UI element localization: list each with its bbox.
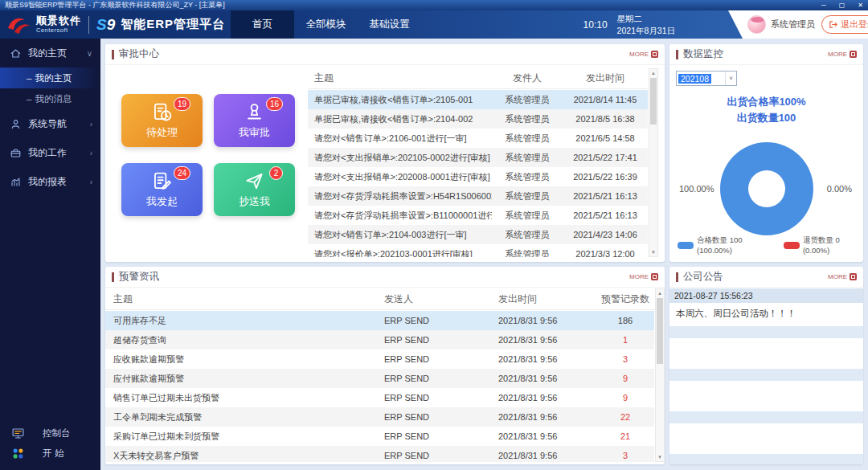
tab-all-modules[interactable]: 全部模块 [294, 10, 358, 39]
badge-count: 2 [269, 166, 283, 180]
table-row[interactable]: 应付账款逾期预警 ERP SEND 2021/8/31 9:56 9 [105, 369, 654, 388]
sidebar-item-my-home[interactable]: –我的主页 [0, 67, 100, 88]
row-alert-count: 1 [596, 335, 654, 345]
window-controls: ─ ▢ ✕ [821, 0, 863, 10]
table-row[interactable]: 请您对<支出报销单>:202008-0001进行[审核] 系统管理员 2021/… [308, 167, 648, 186]
row-sender: ERP SEND [384, 354, 498, 364]
announcement-item[interactable]: 2021-08-27 15:56:23 本周六、周日公司活动！！！ [669, 288, 863, 326]
announcements-title: 公司公告 [683, 270, 723, 284]
alerts-more-link[interactable]: MORE [629, 273, 658, 280]
datetime-display: 10:10 星期二 2021年8月31日 [583, 10, 675, 39]
sidebar-footer: 控制台 开 始 [0, 423, 100, 464]
donut-ring [720, 142, 813, 235]
table-row[interactable]: 可用库存不足 ERP SEND 2021/8/31 9:56 186 [105, 311, 654, 330]
approval-center-title: 审批中心 [119, 47, 159, 61]
period-select[interactable]: 202108 ˅ [676, 71, 737, 86]
chart-legend: 合格数量 100 (100.00%) 退货数量 0 (0.00%) [678, 235, 863, 255]
table-row[interactable]: 单据已审核,请接收<销售订单>:2104-002 系统管理员 2021/8/5 … [308, 109, 648, 129]
row-subject: 请您对<销售订单>:2106-001进行[一审] [308, 133, 492, 145]
donut-chart: 100.00% 0.00% [669, 129, 863, 248]
chevron-right-icon: › [90, 120, 92, 129]
legend-swatch-pass [678, 242, 694, 249]
table-row[interactable]: 请您对<销售订单>:2104-003进行[一审] 系统管理员 2021/4/23… [308, 225, 648, 244]
table-row[interactable]: X天未转交易客户预警 ERP SEND 2021/8/31 9:56 3 [105, 446, 654, 462]
badge-count: 19 [174, 97, 190, 111]
row-time: 2021/5/22 17:41 [563, 153, 648, 162]
row-time: 2021/5/21 16:13 [563, 191, 648, 201]
table-row[interactable]: 请您对<支出报销单>:202105-0002进行[审核] 系统管理员 2021/… [308, 148, 648, 167]
sidebar-group-my-home[interactable]: 我的主页 ∨ [0, 39, 100, 67]
tab-home[interactable]: 首页 [231, 10, 294, 39]
report-chart-icon [10, 176, 22, 188]
announcement-empty-slot [669, 411, 863, 423]
table-row[interactable]: 应收账款逾期预警 ERP SEND 2021/8/31 9:56 3 [105, 349, 654, 369]
row-time: 2021/5/22 16:39 [563, 172, 648, 182]
sidebar-group-my-work[interactable]: 我的工作 › [0, 138, 100, 167]
announcement-empty-space [669, 381, 863, 411]
close-icon[interactable]: ✕ [858, 0, 863, 10]
row-sender: 系统管理员 [492, 94, 563, 106]
announcements-more-link[interactable]: MORE [828, 273, 857, 280]
approval-more-link[interactable]: MORE [629, 51, 658, 58]
table-row[interactable]: 请您对<存货浮动耗损率设置>:H54R1S006002进行[审核] 系统管理员 … [308, 186, 648, 206]
announcement-time: 2021-08-27 15:56:23 [669, 288, 863, 303]
approval-tile[interactable]: 19 待处理 [121, 94, 203, 147]
approval-table-rows: 单据已审核,请接收<销售订单>:2105-001 系统管理员 2021/8/14… [308, 90, 648, 257]
product-name: 智能ERP管理平台 [121, 17, 225, 32]
tab-basic-settings[interactable]: 基础设置 [358, 10, 421, 39]
scroll-up-icon[interactable]: ▲ [649, 69, 657, 77]
more-icon [651, 51, 658, 58]
row-subject: 应付账款逾期预警 [105, 373, 384, 385]
start-button[interactable]: 开 始 [0, 443, 100, 464]
announcement-content: 本周六、周日公司活动！！！ [669, 303, 863, 326]
row-subject: 超储存货查询 [105, 334, 384, 346]
avatar[interactable] [747, 15, 766, 34]
title-accent-bar [676, 50, 678, 59]
sidebar-group-system-nav[interactable]: 系统导航 › [0, 109, 100, 138]
row-sender: 系统管理员 [492, 113, 563, 125]
pass-rate-text: 出货合格率100% [669, 94, 863, 110]
row-subject: 可用库存不足 [105, 315, 384, 327]
scroll-up-icon[interactable]: ▲ [656, 289, 664, 297]
sidebar-item-my-messages[interactable]: –我的消息 [0, 88, 100, 109]
minimize-icon[interactable]: ─ [821, 0, 826, 10]
approval-table-header: 主题 发件人 发出时间 [308, 68, 658, 89]
table-row[interactable]: 超储存货查询 ERP SEND 2021/8/31 9:56 1 [105, 330, 654, 349]
chevron-right-icon: › [90, 149, 92, 157]
monitor-more-link[interactable]: MORE [828, 51, 857, 58]
table-row[interactable]: 工令单到期未完成预警 ERP SEND 2021/8/31 9:56 22 [105, 407, 654, 427]
scroll-down-icon[interactable]: ▼ [649, 248, 657, 256]
announcement-empty-slot [669, 369, 863, 381]
approval-tile[interactable]: 24 我发起 [121, 163, 203, 216]
scroll-thumb[interactable] [657, 298, 663, 364]
row-alert-count: 9 [596, 374, 654, 383]
alerts-scrollbar[interactable]: ▲ ▼ [655, 288, 665, 462]
table-row[interactable]: 请您对<销售订单>:2106-001进行[一审] 系统管理员 2021/6/5 … [308, 129, 648, 148]
row-time: 2021/5/21 16:13 [563, 210, 648, 220]
stamp-icon [244, 101, 265, 123]
dash-bullet: – [27, 73, 31, 83]
logo-en: Centersoft [36, 27, 81, 34]
weekday: 星期二 [617, 14, 643, 23]
logout-button[interactable]: 退出登录 [821, 15, 868, 34]
table-row[interactable]: 单据已审核,请接收<销售订单>:2105-001 系统管理员 2021/8/14… [308, 90, 648, 109]
row-subject: 请您对<存货浮动耗损率设置>:H54R1S006002进行[审核] [308, 190, 492, 202]
approval-tile[interactable]: 16 我审批 [214, 94, 295, 147]
table-row[interactable]: 请您对<报价单>:202103-0001进行[审核] 系统管理员 2021/3/… [308, 244, 648, 257]
more-icon [651, 273, 658, 280]
user-name: 系统管理员 [771, 18, 815, 31]
table-row[interactable]: 请您对<存货浮动耗损率设置>:B11000001进行[审核] 系统管理员 202… [308, 206, 648, 225]
scroll-down-icon[interactable]: ▼ [656, 453, 664, 461]
row-alert-count: 3 [596, 354, 654, 364]
alerts-table: 主题 发送人 发出时间 预警记录数 可用库存不足 ERP SEND 2021/8… [105, 288, 665, 462]
row-subject: 请您对<支出报销单>:202008-0001进行[审核] [308, 171, 492, 183]
table-row[interactable]: 采购订单已过期未到货预警 ERP SEND 2021/8/31 9:56 21 [105, 427, 654, 446]
console-button[interactable]: 控制台 [0, 423, 100, 443]
scroll-thumb[interactable] [650, 78, 657, 125]
approval-tile[interactable]: 2 抄送我 [214, 163, 295, 216]
table-row[interactable]: 销售订单已过期未出货预警 ERP SEND 2021/8/31 9:56 9 [105, 388, 654, 407]
window-titlebar: 顺景S9智能ERP管理平台 - 广东顺景软件科技有限公司_ZY - [主菜单] … [0, 0, 868, 10]
maximize-icon[interactable]: ▢ [839, 0, 845, 10]
approval-scrollbar[interactable]: ▲ ▼ [649, 68, 658, 257]
sidebar-group-my-reports[interactable]: 我的报表 › [0, 167, 100, 196]
